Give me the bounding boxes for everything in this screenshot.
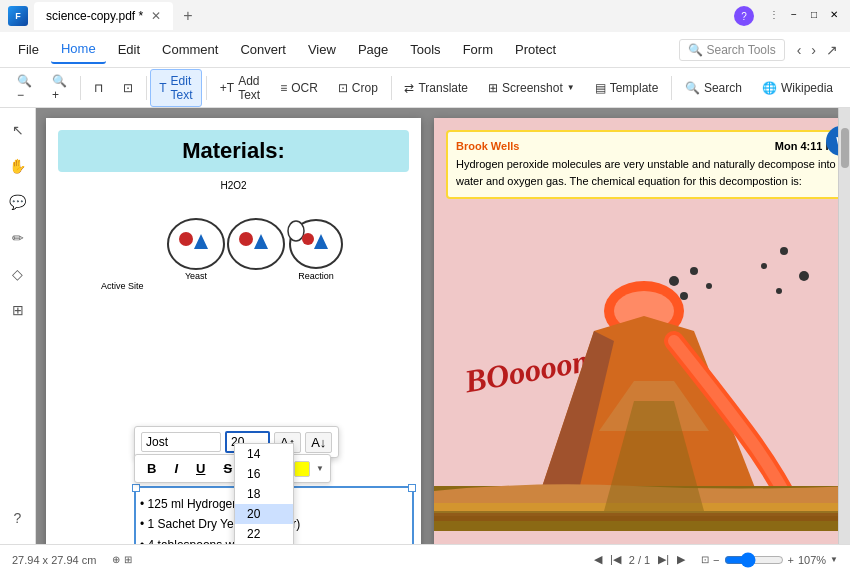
format-toolbar: B I U S ▼ ▼ [134, 454, 331, 483]
edit-text-icon: T [159, 81, 166, 95]
svg-point-4 [239, 232, 253, 246]
pdf-page-left: Materials: H2O2 Active Site [46, 118, 421, 544]
svg-point-8 [302, 233, 314, 245]
translate-button[interactable]: ⇄ Translate [395, 76, 477, 100]
page-size: 27.94 x 27.94 cm [12, 554, 96, 566]
h2o2-label: H2O2 [46, 180, 421, 191]
home-menu[interactable]: Home [51, 35, 106, 64]
chat-text: Hydrogen peroxide molecules are very uns… [456, 156, 842, 189]
comment-menu[interactable]: Comment [152, 36, 228, 63]
template-label: Template [610, 81, 659, 95]
file-menu[interactable]: File [8, 36, 49, 63]
toolbar-right: 🔍 Search Tools ‹ › ↗ [679, 39, 843, 61]
wikipedia-icon: 🌐 [762, 81, 777, 95]
new-tab-button[interactable]: + [179, 7, 196, 25]
underline-button[interactable]: U [190, 458, 211, 479]
page-area[interactable]: Materials: H2O2 Active Site [36, 108, 850, 544]
nav-external-icon[interactable]: ↗ [822, 40, 842, 60]
close-window-button[interactable]: ✕ [826, 6, 842, 22]
search-button[interactable]: 🔍 Search [676, 76, 751, 100]
svg-point-3 [228, 219, 284, 269]
fit-page-icon[interactable]: ⊡ [701, 554, 709, 565]
toolbar-separator-5 [671, 76, 672, 100]
template-button[interactable]: ▤ Template [586, 76, 668, 100]
sidebar-layers-icon[interactable]: ⊞ [4, 296, 32, 324]
object-icon: ⊡ [123, 81, 133, 95]
zoom-out-status-button[interactable]: − [713, 554, 719, 566]
status-bar: 27.94 x 27.94 cm ⊕ ⊞ ◀ |◀ 2 / 1 ▶| ▶ ⊡ −… [0, 544, 850, 574]
scrollbar-thumb[interactable] [841, 128, 849, 168]
nav-back-icon[interactable]: ‹ [793, 40, 806, 60]
view-menu[interactable]: View [298, 36, 346, 63]
last-page-button[interactable]: ▶ [677, 553, 685, 566]
font-name-input[interactable] [141, 432, 221, 452]
sidebar-comment-icon[interactable]: 💬 [4, 188, 32, 216]
zoom-out-button[interactable]: 🔍− [8, 69, 41, 107]
bold-button[interactable]: B [141, 458, 162, 479]
tools-menu[interactable]: Tools [400, 36, 450, 63]
page-indicator: 2 / 1 [629, 554, 650, 566]
screenshot-button[interactable]: ⊞ Screenshot ▼ [479, 76, 584, 100]
search-tools-box[interactable]: 🔍 Search Tools [679, 39, 785, 61]
sidebar-hand-icon[interactable]: ✋ [4, 152, 32, 180]
size-item-22[interactable]: 22 [235, 524, 293, 544]
maximize-button[interactable]: □ [806, 6, 822, 22]
close-tab-button[interactable]: ✕ [151, 9, 161, 23]
materials-title: Materials: [58, 130, 409, 172]
protect-menu[interactable]: Protect [505, 36, 566, 63]
sidebar-highlight-icon[interactable]: ✏ [4, 224, 32, 252]
crop-button[interactable]: ⊡ Crop [329, 76, 387, 100]
chat-name: Brook Wells [456, 140, 519, 152]
menu-bar: File Home Edit Comment Convert View Page… [0, 32, 850, 68]
minimize-button[interactable]: − [786, 6, 802, 22]
size-item-18[interactable]: 18 [235, 484, 293, 504]
object-button[interactable]: ⊡ [114, 76, 142, 100]
screenshot-dropdown-icon[interactable]: ▼ [567, 83, 575, 92]
screenshot-label: Screenshot [502, 81, 563, 95]
size-item-16[interactable]: 16 [235, 464, 293, 484]
crop-icon: ⊡ [338, 81, 348, 95]
options-icon[interactable]: ⋮ [766, 6, 782, 22]
svg-point-13 [761, 263, 767, 269]
font-size-decrease-button[interactable]: A↓ [305, 432, 332, 453]
next-page-button[interactable]: ▶| [658, 553, 669, 566]
zoom-dropdown-icon[interactable]: ▼ [830, 555, 838, 564]
size-item-14[interactable]: 14 [235, 444, 293, 464]
ocr-button[interactable]: ≡ OCR [271, 76, 327, 100]
convert-menu[interactable]: Convert [230, 36, 296, 63]
italic-button[interactable]: I [168, 458, 184, 479]
zoom-percent: 107% [798, 554, 826, 566]
window-controls: ? ⋮ − □ ✕ [734, 6, 842, 26]
search-label: Search [704, 81, 742, 95]
svg-point-14 [799, 271, 809, 281]
document-tab[interactable]: science-copy.pdf * ✕ [34, 2, 173, 30]
zoom-in-status-button[interactable]: + [788, 554, 794, 566]
form-menu[interactable]: Form [453, 36, 503, 63]
zoom-in-button[interactable]: 🔍+ [43, 69, 76, 107]
nav-forward-icon[interactable]: › [807, 40, 820, 60]
svg-text:Yeast: Yeast [185, 271, 208, 281]
prev-page-button[interactable]: ◀ [594, 553, 602, 566]
sidebar-shape-icon[interactable]: ◇ [4, 260, 32, 288]
wikipedia-button[interactable]: 🌐 Wikipedia [753, 76, 842, 100]
pdf-page-right: Brook Wells Mon 4:11 PM Hydrogen peroxid… [434, 118, 850, 544]
page-menu[interactable]: Page [348, 36, 398, 63]
zoom-slider[interactable] [724, 552, 784, 568]
right-scrollbar[interactable] [838, 108, 850, 544]
main-content: ↖ ✋ 💬 ✏ ◇ ⊞ ? Materials: H2O2 Active Sit… [0, 108, 850, 544]
size-item-20[interactable]: 20 [235, 504, 293, 524]
svg-point-0 [168, 219, 224, 269]
add-text-button[interactable]: +T Add Text [211, 69, 269, 107]
highlight-color-swatch[interactable] [294, 461, 310, 477]
sidebar-help-icon[interactable]: ? [4, 504, 32, 532]
sidebar-bottom: ? [4, 504, 32, 536]
first-page-button[interactable]: |◀ [610, 553, 621, 566]
highlight-dropdown-arrow[interactable]: ▼ [316, 464, 324, 473]
edit-menu[interactable]: Edit [108, 36, 150, 63]
svg-point-20 [680, 292, 688, 300]
edit-text-button[interactable]: T Edit Text [150, 69, 202, 107]
sidebar-cursor-icon[interactable]: ↖ [4, 116, 32, 144]
tab-title: science-copy.pdf * [46, 9, 143, 23]
select-button[interactable]: ⊓ [85, 76, 112, 100]
toolbar-separator-3 [206, 76, 207, 100]
